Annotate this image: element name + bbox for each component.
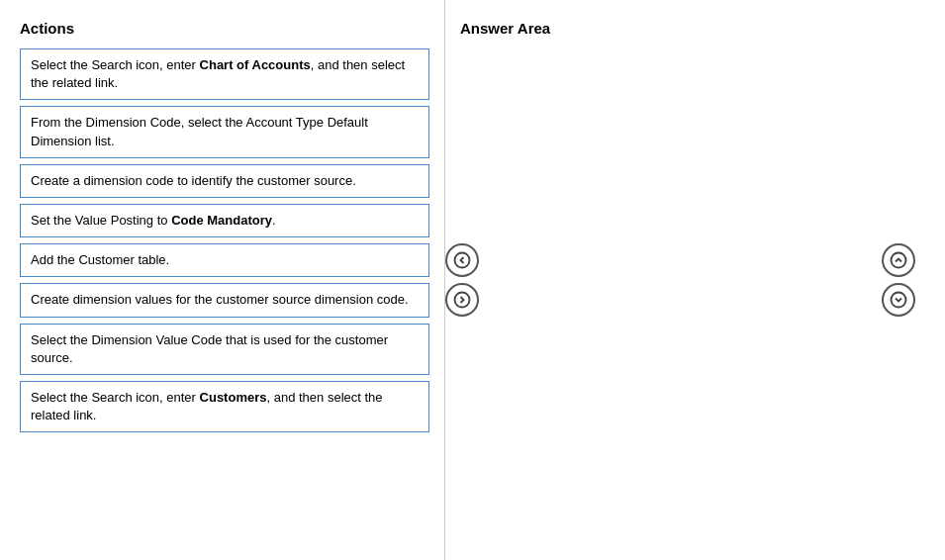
svg-point-0 xyxy=(455,253,470,268)
action-item-8[interactable]: Select the Search icon, enter Customers,… xyxy=(20,381,429,432)
center-arrow-controls xyxy=(445,243,479,317)
action-item-5[interactable]: Add the Customer table. xyxy=(20,243,429,277)
actions-title: Actions xyxy=(20,20,429,37)
action-item-3-text: Create a dimension code to identify the … xyxy=(31,173,356,188)
action-item-3[interactable]: Create a dimension code to identify the … xyxy=(20,164,429,198)
action-item-4[interactable]: Set the Value Posting to Code Mandatory. xyxy=(20,204,429,237)
action-item-6[interactable]: Create dimension values for the customer… xyxy=(20,283,429,317)
answer-title: Answer Area xyxy=(460,20,930,37)
action-item-5-text: Add the Customer table. xyxy=(31,252,169,267)
action-item-2-text: From the Dimension Code, select the Acco… xyxy=(31,115,368,147)
answer-panel: Answer Area xyxy=(445,0,945,560)
action-item-1[interactable]: Select the Search icon, enter Chart of A… xyxy=(20,48,429,100)
action-item-4-text: Set the Value Posting to Code Mandatory. xyxy=(31,213,276,228)
action-item-6-text: Create dimension values for the customer… xyxy=(31,292,409,307)
move-down-button[interactable] xyxy=(882,283,915,317)
svg-point-2 xyxy=(892,253,906,268)
move-up-button[interactable] xyxy=(882,243,915,277)
move-left-button[interactable] xyxy=(445,243,479,277)
action-item-2[interactable]: From the Dimension Code, select the Acco… xyxy=(20,106,429,157)
svg-point-3 xyxy=(892,293,906,308)
right-arrow-controls xyxy=(882,243,915,317)
actions-panel: Actions Select the Search icon, enter Ch… xyxy=(0,0,445,560)
action-item-7[interactable]: Select the Dimension Value Code that is … xyxy=(20,324,429,375)
move-right-button[interactable] xyxy=(445,283,479,317)
action-item-7-text: Select the Dimension Value Code that is … xyxy=(31,332,388,365)
action-item-8-text: Select the Search icon, enter Customers,… xyxy=(31,390,383,422)
main-layout: Actions Select the Search icon, enter Ch… xyxy=(0,0,945,560)
svg-point-1 xyxy=(455,293,470,308)
action-item-1-text: Select the Search icon, enter Chart of A… xyxy=(31,57,405,90)
